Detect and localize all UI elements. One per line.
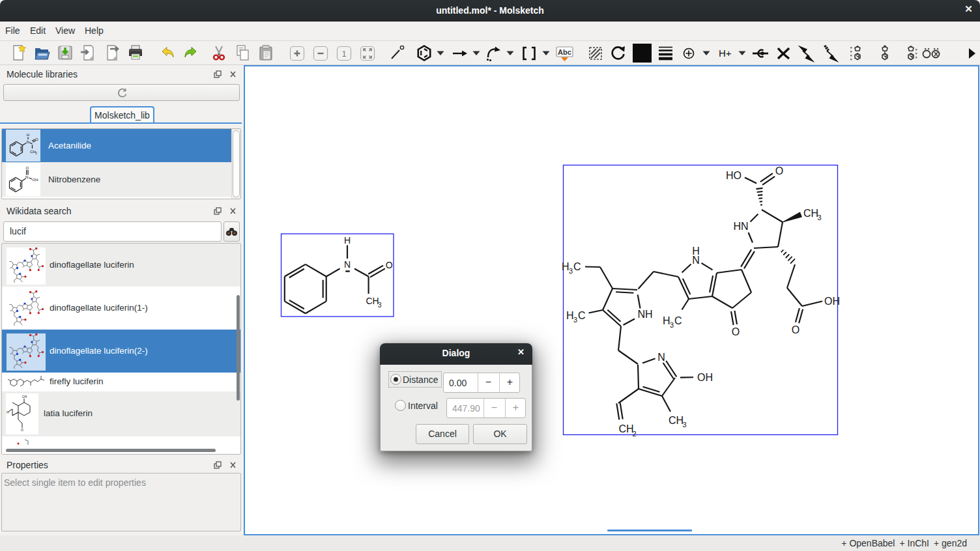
svg-text:OH: OH [33, 178, 38, 182]
svg-text:CH: CH [803, 208, 818, 219]
svg-text:CH: CH [366, 296, 379, 306]
svg-text:N: N [27, 140, 29, 144]
svg-text:O: O [21, 428, 23, 432]
svg-text:O: O [386, 260, 393, 270]
svg-text:3: 3 [573, 316, 577, 324]
svg-text:O: O [775, 165, 783, 177]
svg-text:N: N [344, 259, 351, 270]
svg-text:CH: CH [22, 395, 27, 399]
svg-text:2: 2 [633, 430, 637, 438]
svg-text:H: H [7, 410, 9, 414]
svg-text:3: 3 [683, 421, 687, 429]
svg-text:H: H [663, 315, 670, 326]
svg-text:CH: CH [619, 423, 634, 434]
svg-text:1: 1 [342, 49, 347, 59]
svg-text:N: N [657, 352, 665, 363]
svg-text:OH: OH [824, 296, 840, 307]
svg-text:NH: NH [637, 309, 652, 320]
svg-text:H: H [344, 235, 351, 246]
svg-text:3: 3 [378, 302, 382, 309]
svg-text:HN: HN [733, 221, 748, 232]
svg-text:C: C [578, 310, 586, 321]
svg-text:O: O [732, 326, 740, 337]
svg-text:HO: HO [726, 170, 742, 181]
svg-text:C: C [573, 261, 581, 272]
svg-text:Abc: Abc [558, 48, 571, 56]
svg-text:3: 3 [818, 214, 822, 221]
svg-text:N: N [692, 255, 700, 266]
svg-text:O: O [26, 166, 29, 170]
svg-text:O: O [792, 324, 800, 335]
svg-text:CH: CH [669, 415, 684, 426]
svg-text:H: H [566, 310, 574, 321]
svg-text:3: 3 [670, 321, 674, 329]
svg-text:OH: OH [697, 372, 713, 383]
svg-text:3: 3 [569, 267, 573, 275]
svg-text:O: O [35, 137, 38, 141]
svg-text:H: H [27, 133, 29, 137]
svg-text:N: N [25, 175, 28, 179]
svg-text:H+: H+ [719, 48, 732, 59]
svg-text:C: C [674, 315, 682, 326]
svg-text:H: H [562, 261, 569, 272]
